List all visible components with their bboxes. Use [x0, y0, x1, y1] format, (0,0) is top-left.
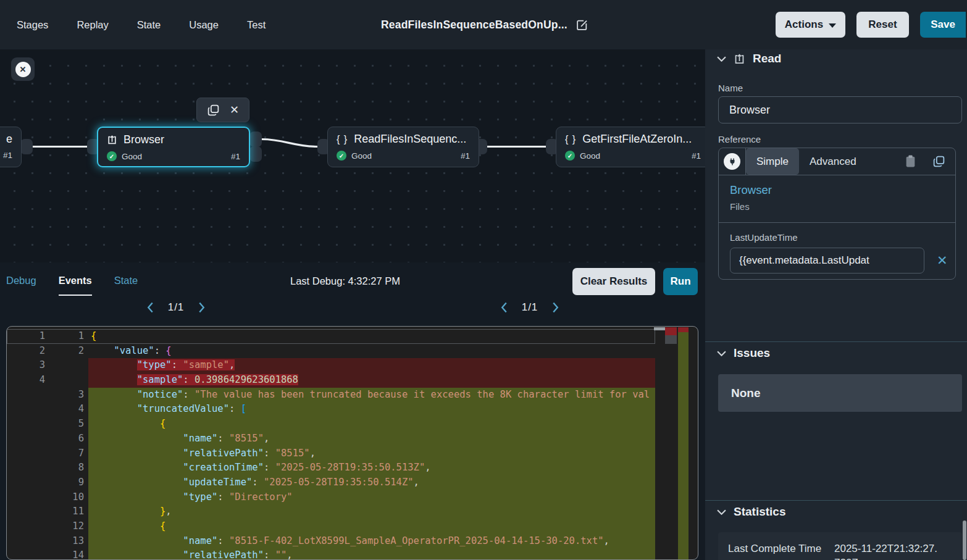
- debug-tab-state[interactable]: State: [114, 275, 138, 296]
- code-line: 7 "relativePath": "8515",: [7, 446, 655, 461]
- reference-target-type: Files: [730, 201, 955, 212]
- code-line: 4 "sample": 0.3986429623601868: [7, 373, 655, 388]
- node-title: ReadFilesInSequenc...: [354, 133, 466, 146]
- clear-param-icon[interactable]: ✕: [937, 253, 948, 268]
- reset-button[interactable]: Reset: [856, 12, 909, 38]
- json-diff-editor[interactable]: 11{22 "value": {3 "type": "sample",4 "sa…: [6, 326, 698, 560]
- section-title: Issues: [734, 346, 770, 360]
- clipboard-icon[interactable]: [905, 155, 932, 168]
- clear-results-button[interactable]: Clear Results: [572, 268, 655, 295]
- mode-advanced-tab[interactable]: Advanced: [810, 156, 856, 168]
- name-input-value: Browser: [729, 104, 770, 117]
- flow-node-readfiles[interactable]: { } ReadFilesInSequenc... ✓ Good #1: [327, 127, 479, 167]
- read-icon: [107, 135, 117, 145]
- reference-target: Browser Files: [719, 175, 955, 223]
- node-status-label: Good: [351, 151, 372, 161]
- minimap-slider[interactable]: [665, 335, 677, 344]
- mode-simple-tab[interactable]: Simple: [746, 148, 799, 175]
- code-line: 3 "type": "sample",: [7, 358, 655, 373]
- flow-node-browser[interactable]: Browser ✓ Good #1: [97, 127, 250, 167]
- flow-node-partial[interactable]: e #1: [0, 127, 22, 167]
- plug-cell[interactable]: [719, 148, 746, 175]
- minimap-removed-marker: [665, 327, 677, 335]
- reference-box: Simple Advanced Browser Files LastUpdate…: [718, 148, 956, 280]
- node-title: Browser: [123, 133, 164, 146]
- output-port[interactable]: [249, 132, 262, 147]
- prev-page-button[interactable]: [500, 301, 508, 314]
- run-badge: #1: [692, 151, 701, 161]
- section-title: Read: [753, 52, 781, 65]
- node-title: GetFirstFileAtZeroIn...: [582, 133, 692, 146]
- flow-title: ReadFilesInSequenceBasedOnUp...: [381, 19, 567, 31]
- divider: [705, 341, 967, 342]
- run-button[interactable]: Run: [663, 268, 698, 295]
- copy-icon[interactable]: [932, 155, 955, 168]
- section-title: Statistics: [734, 505, 785, 519]
- circle-x-icon: ✕: [15, 62, 31, 77]
- code-line: 10 "type": "Directory": [7, 490, 655, 505]
- braces-icon: { }: [337, 134, 348, 145]
- panel-scrollbar[interactable]: [962, 509, 967, 560]
- minimap[interactable]: [665, 327, 677, 344]
- reference-target-link[interactable]: Browser: [730, 183, 955, 197]
- nav-item-replay[interactable]: Replay: [77, 19, 108, 31]
- stat-row: Last Complete Time2025-11-22T21:32:27.72…: [728, 542, 962, 560]
- nav-item-stages[interactable]: Stages: [17, 19, 48, 31]
- panel-scroll-thumb[interactable]: [963, 520, 966, 560]
- debug-tab-debug[interactable]: Debug: [6, 275, 36, 296]
- overview-ruler[interactable]: [678, 327, 689, 560]
- next-page-button[interactable]: [198, 301, 206, 314]
- ruler-removed-marker: [678, 327, 689, 332]
- reference-label: Reference: [718, 134, 761, 144]
- delete-node-button[interactable]: ✕: [230, 103, 239, 117]
- output-port[interactable]: [20, 139, 33, 154]
- code-line: 5 {: [7, 417, 655, 432]
- issues-section-header[interactable]: Issues: [717, 346, 770, 360]
- top-nav: StagesReplayStateUsageTest: [17, 0, 266, 49]
- read-section-header[interactable]: Read: [717, 52, 781, 65]
- name-input[interactable]: Browser: [718, 96, 962, 123]
- code-line: 14 "relativePath": "",: [7, 548, 655, 560]
- chevron-down-icon: [717, 351, 726, 356]
- editor-scrollbar[interactable]: [654, 327, 665, 330]
- statistics-section-header[interactable]: Statistics: [717, 505, 785, 519]
- status-good-icon: ✓: [337, 151, 346, 161]
- flow-title-wrap: ReadFilesInSequenceBasedOnUp...: [381, 0, 588, 49]
- chevron-down-icon: [717, 56, 726, 62]
- issues-none-card: None: [718, 374, 962, 412]
- last-update-time-input[interactable]: {{event.metadata.LastUpdat: [730, 248, 924, 274]
- prev-page-button[interactable]: [146, 301, 154, 314]
- code-line: 13 "name": "8515-F-402_LotX8599L_SampleA…: [7, 534, 655, 549]
- nav-item-test[interactable]: Test: [247, 19, 266, 31]
- actions-button[interactable]: Actions: [776, 12, 845, 38]
- run-badge: #1: [231, 152, 240, 161]
- clear-selection-button[interactable]: ✕: [11, 57, 35, 81]
- save-button[interactable]: Save: [920, 12, 966, 38]
- pagination-right: 1/1: [483, 301, 576, 314]
- code-line: 3 "notice": "The value has been truncate…: [7, 388, 655, 403]
- debug-tab-events[interactable]: Events: [59, 275, 92, 296]
- code-line: 12 {: [7, 519, 655, 534]
- page-indicator: 1/1: [522, 301, 538, 314]
- duplicate-node-button[interactable]: [207, 104, 220, 117]
- debug-panel: DebugEventsState Last Debug: 4:32:27 PM …: [0, 262, 705, 560]
- name-label: Name: [718, 83, 743, 93]
- run-badge: #1: [3, 151, 12, 160]
- code-lines: 11{22 "value": {3 "type": "sample",4 "sa…: [7, 329, 655, 560]
- nav-item-usage[interactable]: Usage: [189, 19, 219, 31]
- edit-title-icon[interactable]: [576, 19, 588, 31]
- page-indicator: 1/1: [168, 301, 185, 314]
- param-label: LastUpdateTime: [730, 232, 955, 243]
- param-input-value: {{event.metadata.LastUpdat: [739, 254, 869, 267]
- flow-node-getfirstfile[interactable]: { } GetFirstFileAtZeroIn... ✓ Good #1: [556, 127, 705, 167]
- next-page-button[interactable]: [551, 301, 559, 314]
- node-title: e: [6, 133, 12, 146]
- nav-item-state[interactable]: State: [137, 19, 161, 31]
- braces-icon: { }: [565, 134, 576, 145]
- flow-canvas[interactable]: ✕ ✕ e #1: [0, 49, 705, 262]
- actions-button-label: Actions: [785, 19, 823, 31]
- stat-label: Last Complete Time: [728, 542, 834, 560]
- output-port[interactable]: [249, 146, 262, 162]
- inspector-panel: Read Name Browser Reference Simple Advan…: [705, 49, 967, 560]
- reference-toggle-row: Simple Advanced: [719, 148, 955, 175]
